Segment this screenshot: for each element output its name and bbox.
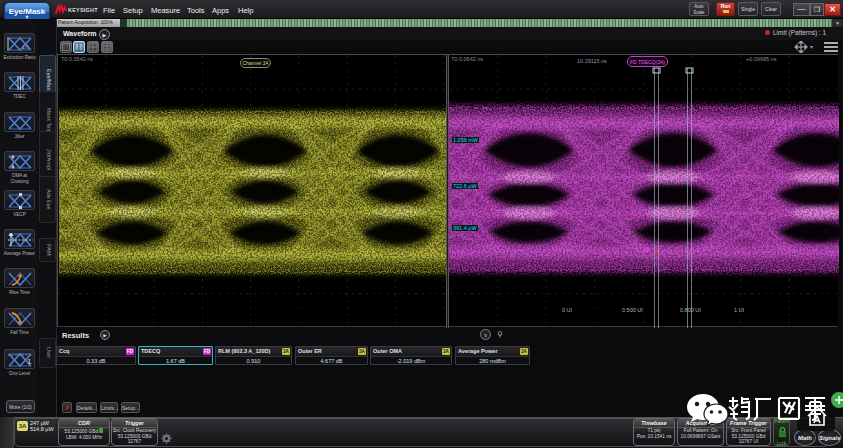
svg-text:1/0: 1/0 [22,44,29,50]
svg-text:1: 1 [27,357,32,366]
